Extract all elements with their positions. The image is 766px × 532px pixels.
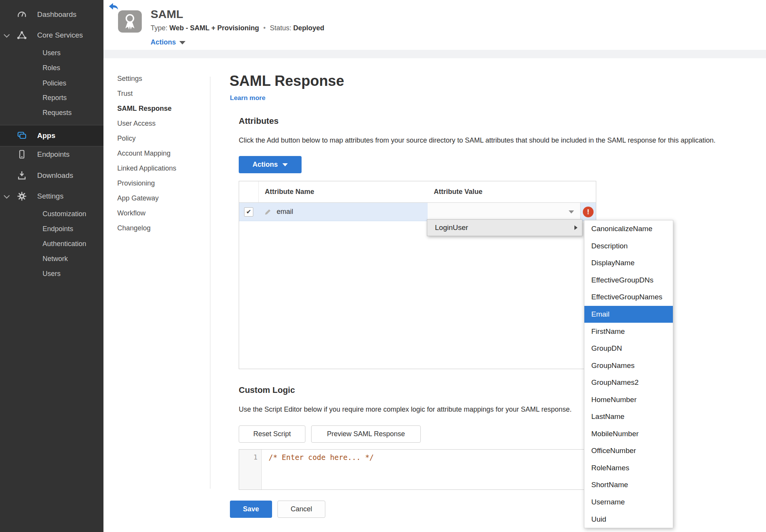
submenu-item[interactable]: GroupNames2 xyxy=(584,374,673,391)
sidebar-item-requests[interactable]: Requests xyxy=(0,107,103,118)
submenu-item[interactable]: MobileNumber xyxy=(584,425,673,443)
custom-logic-heading: Custom Logic xyxy=(239,385,295,395)
submenu-item[interactable]: Username xyxy=(584,494,673,511)
subnav-item-workflow[interactable]: Workflow xyxy=(117,206,205,221)
submenu-item[interactable]: FirstName xyxy=(584,323,673,340)
submenu-item[interactable]: LastName xyxy=(584,408,673,425)
app-title: SAML xyxy=(151,8,183,21)
subnav-item-app-gateway[interactable]: App Gateway xyxy=(117,191,205,206)
submenu-item[interactable]: Uuid xyxy=(584,511,673,528)
sidebar-item-network[interactable]: Network xyxy=(0,253,103,264)
submenu-item[interactable]: DisplayName xyxy=(584,255,673,272)
sidebar-item-endpoints[interactable]: Endpoints xyxy=(0,149,103,160)
submenu-item[interactable]: ShortName xyxy=(584,476,673,494)
subnav-item-provisioning[interactable]: Provisioning xyxy=(117,176,205,191)
type-label: Type: xyxy=(151,24,167,32)
check-icon: ✔ xyxy=(246,208,251,215)
attributes-table: Attribute Name Attribute Value ✔ email xyxy=(239,181,596,369)
sidebar-item-authentication[interactable]: Authentication xyxy=(0,238,103,250)
subnav-item-account-mapping[interactable]: Account Mapping xyxy=(117,146,205,161)
submenu-item-selected[interactable]: Email xyxy=(584,306,673,323)
table-row[interactable]: ✔ email ! xyxy=(239,203,596,221)
submenu-item[interactable]: EffectiveGroupNames xyxy=(584,289,673,306)
sidebar-item-settings[interactable]: Settings xyxy=(0,190,103,202)
sidebar-item-reports[interactable]: Reports xyxy=(0,92,103,103)
subnav-item-policy[interactable]: Policy xyxy=(117,131,205,146)
submenu-item[interactable]: Description xyxy=(584,238,673,255)
sidebar-item-policies[interactable]: Policies xyxy=(0,77,103,89)
save-button[interactable]: Save xyxy=(230,501,272,518)
submenu-item[interactable]: GroupDN xyxy=(584,340,673,357)
row-checkbox[interactable]: ✔ xyxy=(244,207,253,217)
app-config-nav: Settings Trust SAML Response User Access… xyxy=(117,71,205,236)
core-services-icon xyxy=(16,31,28,40)
chevron-down-icon xyxy=(179,41,185,44)
type-value: Web - SAML + Provisioning xyxy=(169,24,259,32)
sidebar-item-label: Dashboards xyxy=(37,10,76,19)
sidebar-item-roles[interactable]: Roles xyxy=(0,62,103,74)
sidebar-item-apps[interactable]: Apps xyxy=(0,125,103,146)
error-icon: ! xyxy=(583,207,594,217)
submenu-item[interactable]: CanonicalizeName xyxy=(584,220,673,238)
sidebar-item-users-settings[interactable]: Users xyxy=(0,268,103,279)
submenu-item[interactable]: HomeNumber xyxy=(584,391,673,408)
preview-saml-response-button[interactable]: Preview SAML Response xyxy=(311,425,421,443)
chevron-down-icon xyxy=(282,163,288,166)
sidebar-item-label: Endpoints xyxy=(37,150,70,159)
menu-item-label: LoginUser xyxy=(427,223,468,232)
attributes-heading: Attributes xyxy=(239,116,279,126)
attributes-actions-button[interactable]: Actions xyxy=(239,156,302,173)
sidebar-item-customization[interactable]: Customization xyxy=(0,208,103,220)
reset-script-button[interactable]: Reset Script xyxy=(239,425,305,443)
learn-more-link[interactable]: Learn more xyxy=(230,94,266,102)
gauge-icon xyxy=(16,10,28,19)
edit-pencil-icon[interactable] xyxy=(264,209,271,215)
chevron-down-icon xyxy=(4,31,10,38)
attribute-value-dropdown[interactable] xyxy=(428,203,580,221)
dropdown-caret-icon xyxy=(569,210,574,213)
row-status-cell: ! xyxy=(580,203,596,221)
subnav-item-saml-response[interactable]: SAML Response xyxy=(117,101,205,116)
sidebar-item-label: Settings xyxy=(37,192,64,200)
header-actions-menu[interactable]: Actions xyxy=(151,38,185,46)
custom-logic-description: Use the Script Editor below if you requi… xyxy=(239,406,584,414)
sidebar-item-label: Apps xyxy=(37,131,56,140)
cancel-button[interactable]: Cancel xyxy=(277,501,325,518)
column-header-attribute-name: Attribute Name xyxy=(265,188,314,196)
line-number: 1 xyxy=(253,453,258,461)
header-divider-band xyxy=(103,50,766,58)
submenu-item[interactable]: OfficeNumber xyxy=(584,442,673,460)
status-label: Status: xyxy=(270,24,291,32)
sidebar-item-core-services[interactable]: Core Services xyxy=(0,30,103,41)
submenu-item[interactable]: GroupNames xyxy=(584,357,673,374)
mobile-icon xyxy=(16,149,28,159)
editor-code-area[interactable]: /* Enter code here... */ xyxy=(262,450,596,489)
gear-icon xyxy=(16,191,28,201)
loginuser-submenu: CanonicalizeName Description DisplayName… xyxy=(584,220,673,528)
submenu-item[interactable]: EffectiveGroupDNs xyxy=(584,272,673,289)
status-badge: Deployed xyxy=(293,24,324,32)
script-editor[interactable]: 1 /* Enter code here... */ xyxy=(239,449,596,490)
vertical-divider xyxy=(210,77,210,489)
back-arrow-icon[interactable] xyxy=(108,2,118,13)
attributes-description: Click the Add button below to map attrib… xyxy=(239,136,748,144)
table-header-row: Attribute Name Attribute Value xyxy=(239,181,596,203)
apps-icon xyxy=(16,131,28,141)
header-checkbox-column xyxy=(239,181,258,202)
page-title: SAML Response xyxy=(230,73,344,89)
submenu-item[interactable]: RoleNames xyxy=(584,460,673,477)
subnav-item-changelog[interactable]: Changelog xyxy=(117,221,205,236)
code-comment: /* Enter code here... */ xyxy=(269,453,374,461)
sidebar-item-users[interactable]: Users xyxy=(0,47,103,59)
sidebar-item-endpoints-settings[interactable]: Endpoints xyxy=(0,223,103,235)
sidebar-item-downloads[interactable]: Downloads xyxy=(0,170,103,181)
subnav-item-settings[interactable]: Settings xyxy=(117,71,205,86)
app-window: Dashboards Core Services Users Roles Pol… xyxy=(0,0,766,532)
subnav-item-linked-applications[interactable]: Linked Applications xyxy=(117,161,205,176)
download-icon xyxy=(16,171,28,181)
subnav-item-trust[interactable]: Trust xyxy=(117,86,205,101)
sidebar-item-dashboards[interactable]: Dashboards xyxy=(0,9,103,20)
sidebar-item-label: Downloads xyxy=(37,171,73,180)
subnav-item-user-access[interactable]: User Access xyxy=(117,116,205,131)
value-menu-loginuser[interactable]: LoginUser xyxy=(427,219,582,236)
